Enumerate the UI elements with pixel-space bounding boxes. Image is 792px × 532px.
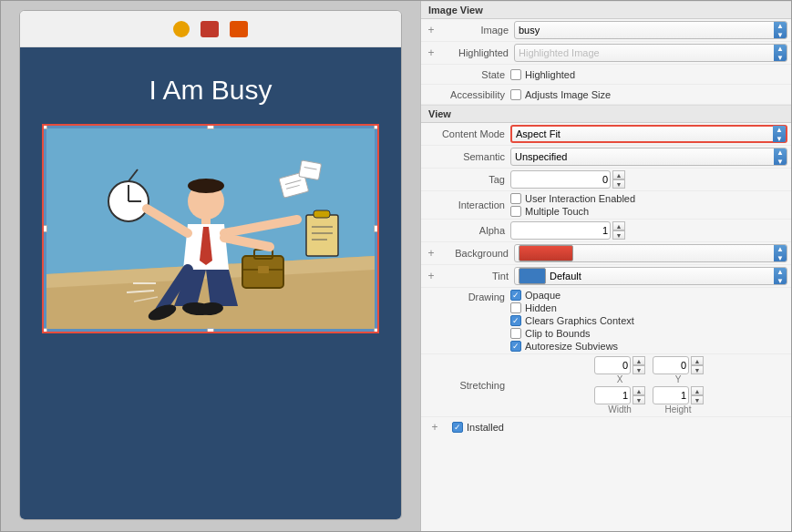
accessibility-property-row: Accessibility Adjusts Image Size — [421, 85, 791, 105]
stretch-h-group: ▲ ▼ Height — [653, 386, 704, 414]
state-label: State — [425, 69, 510, 80]
stretch-y-increment[interactable]: ▲ — [691, 356, 704, 365]
tag-decrement-button[interactable]: ▼ — [612, 179, 625, 189]
stretch-x-input[interactable] — [594, 356, 631, 374]
interaction-check1-label[interactable]: User Interaction Enabled — [510, 193, 635, 204]
drawing-check4-text: Clip to Bounds — [525, 328, 591, 339]
section-image-view: Image View — [421, 1, 791, 19]
highlighted-select[interactable]: Highlighted Image ▲ ▼ — [514, 44, 787, 62]
image-select-arrow: ▲ ▼ — [774, 22, 787, 38]
phone-toolbar — [20, 11, 401, 47]
installed-row: + ✓ Installed — [421, 417, 791, 437]
stretch-w-group: ▲ ▼ Width — [594, 386, 645, 414]
tint-row: + Tint Default ▲ ▼ — [421, 265, 791, 288]
image-container — [42, 124, 379, 333]
drawing-check3-label[interactable]: ✓ Clears Graphics Context — [510, 315, 634, 326]
drawing-check4[interactable] — [510, 328, 521, 339]
interaction-check1[interactable] — [510, 193, 521, 204]
svg-rect-23 — [201, 218, 211, 225]
tint-select[interactable]: Default ▲ ▼ — [514, 267, 787, 285]
phone-screen: I Am Busy — [20, 47, 401, 519]
semantic-text: Unspecified — [515, 151, 567, 162]
stretch-h-increment[interactable]: ▲ — [691, 386, 704, 395]
drawing-check2[interactable] — [510, 302, 521, 313]
background-select[interactable]: ▲ ▼ — [514, 244, 787, 262]
tint-color-swatch[interactable] — [519, 268, 546, 284]
background-value-container: ▲ ▼ — [514, 244, 787, 262]
image-select-text: busy — [519, 25, 540, 36]
drawing-check2-label[interactable]: Hidden — [510, 302, 557, 313]
drawing-check5-label[interactable]: ✓ Autoresize Subviews — [510, 341, 618, 352]
tint-color-container: Default — [519, 268, 774, 284]
stretch-h-input[interactable] — [653, 386, 689, 404]
highlighted-placeholder: Highlighted Image — [519, 47, 600, 58]
stretching-label: Stretching — [425, 380, 510, 391]
tag-row: Tag ▲ ▼ — [421, 169, 791, 191]
tag-stepper: ▲ ▼ — [510, 170, 625, 189]
busy-illustration — [46, 128, 375, 329]
stretch-x-group: ▲ ▼ X — [594, 356, 645, 384]
stretch-y-stepper: ▲ ▼ — [653, 356, 704, 374]
accessibility-checkbox[interactable] — [510, 89, 521, 100]
tint-text: Default — [550, 271, 581, 281]
drawing-check1[interactable]: ✓ — [510, 290, 521, 301]
drawing-value: ✓ Opaque Hidden ✓ Clears Graphics Contex… — [510, 290, 787, 352]
tag-input[interactable] — [510, 170, 611, 189]
background-color-swatch[interactable] — [519, 245, 573, 261]
installed-checkbox-label[interactable]: ✓ Installed — [452, 422, 504, 433]
state-checkbox[interactable] — [510, 69, 521, 80]
interaction-value: User Interaction Enabled Multiple Touch — [510, 193, 787, 217]
alpha-input[interactable] — [510, 221, 611, 240]
stretch-y-input[interactable] — [653, 356, 689, 374]
alpha-stepper: ▲ ▼ — [510, 221, 625, 240]
accessibility-checkbox-text: Adjusts Image Size — [525, 89, 611, 100]
tag-increment-button[interactable]: ▲ — [612, 170, 625, 179]
tint-plus-button[interactable]: + — [425, 270, 437, 282]
highlighted-property-row: + Highlighted Highlighted Image ▲ ▼ — [421, 42, 791, 65]
state-checkbox-label[interactable]: Highlighted — [510, 69, 575, 80]
tint-label: Tint — [441, 271, 514, 281]
stretching-wh-row: ▲ ▼ Width ▲ ▼ Height — [594, 386, 704, 414]
interaction-label: Interaction — [425, 200, 510, 210]
stretch-y-group: ▲ ▼ Y — [653, 356, 704, 384]
image-label: Image — [441, 25, 514, 36]
red-box-icon — [201, 21, 219, 37]
installed-plus-button[interactable]: + — [428, 421, 441, 434]
image-plus-button[interactable]: + — [425, 24, 437, 36]
drawing-check4-label[interactable]: Clip to Bounds — [510, 328, 591, 339]
svg-rect-20 — [258, 266, 269, 273]
section-view: View — [421, 105, 791, 123]
stretch-w-input[interactable] — [594, 386, 631, 404]
interaction-check2-label[interactable]: Multiple Touch — [510, 206, 589, 217]
drawing-check5[interactable]: ✓ — [510, 341, 521, 352]
background-row: + Background ▲ ▼ — [421, 242, 791, 265]
interaction-check1-text: User Interaction Enabled — [525, 193, 635, 204]
semantic-select[interactable]: Unspecified ▲ ▼ — [510, 148, 787, 166]
accessibility-checkbox-label[interactable]: Adjusts Image Size — [510, 89, 611, 100]
stretch-w-decrement[interactable]: ▼ — [633, 395, 645, 404]
drawing-check1-label[interactable]: ✓ Opaque — [510, 290, 561, 301]
alpha-decrement-button[interactable]: ▼ — [612, 230, 625, 240]
drawing-check3[interactable]: ✓ — [510, 315, 521, 326]
alpha-increment-button[interactable]: ▲ — [612, 221, 625, 230]
alpha-label: Alpha — [425, 225, 510, 236]
highlighted-label: Highlighted — [441, 47, 514, 58]
svg-rect-10 — [299, 160, 322, 180]
highlighted-select-arrow: ▲ ▼ — [774, 45, 787, 61]
background-plus-button[interactable]: + — [425, 247, 437, 260]
tag-value-container: ▲ ▼ — [510, 170, 787, 189]
stretch-w-increment[interactable]: ▲ — [633, 386, 645, 395]
stretch-x-increment[interactable]: ▲ — [633, 356, 645, 365]
stretch-x-stepper: ▲ ▼ — [594, 356, 645, 374]
highlighted-plus-button[interactable]: + — [425, 46, 437, 59]
installed-text: Installed — [467, 422, 504, 433]
stretch-y-decrement[interactable]: ▼ — [691, 365, 704, 374]
content-mode-select[interactable]: Aspect Fit ▲ ▼ — [510, 125, 787, 143]
interaction-check2[interactable] — [510, 206, 521, 217]
drawing-check2-text: Hidden — [525, 302, 557, 313]
stretch-x-decrement[interactable]: ▼ — [633, 365, 645, 374]
stretch-h-buttons: ▲ ▼ — [691, 386, 704, 404]
image-select[interactable]: busy ▲ ▼ — [514, 21, 787, 39]
installed-checkbox[interactable]: ✓ — [452, 422, 463, 433]
stretch-h-decrement[interactable]: ▼ — [691, 395, 704, 404]
